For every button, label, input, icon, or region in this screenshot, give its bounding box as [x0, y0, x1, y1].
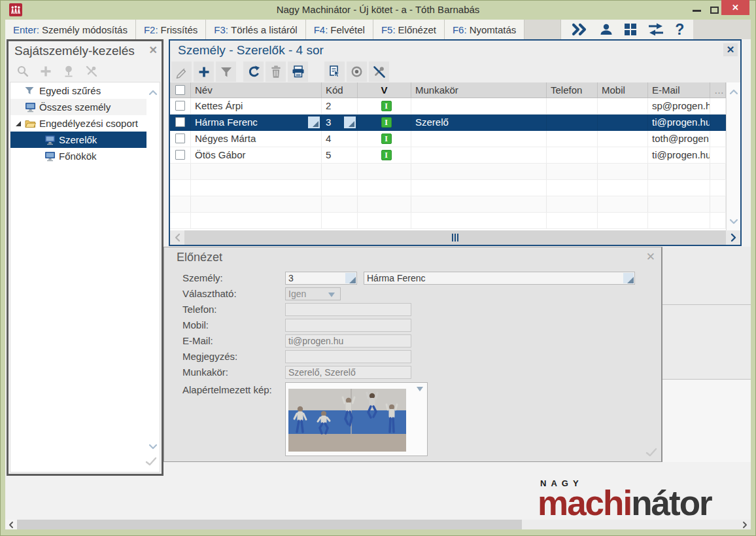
tree-scroll-up-icon[interactable] — [148, 86, 158, 98]
cell-kod[interactable]: 2 — [322, 98, 358, 114]
column-header-munkakör[interactable]: Munkakör — [411, 82, 547, 98]
function-button-f4[interactable]: F4:Felvétel — [306, 20, 373, 39]
cell-munkakor[interactable] — [411, 147, 547, 163]
cell-email[interactable]: toth@progen.hu — [648, 131, 710, 147]
table-scroll-left-icon[interactable] — [170, 230, 184, 245]
window-scrollbar-thumb[interactable] — [17, 520, 522, 529]
unpin-icon[interactable] — [85, 65, 98, 78]
cell-munkakor[interactable]: Szerelő — [411, 115, 547, 130]
select-all-checkbox[interactable] — [175, 85, 185, 95]
combo-corner-icon[interactable] — [623, 273, 634, 283]
tree-item-egyedi-szűrés[interactable]: Egyedi szűrés — [10, 82, 146, 99]
default-image-field[interactable] — [285, 382, 428, 456]
tree-item-engedélyezési-csoport[interactable]: Engedélyezési csoport — [10, 115, 146, 132]
function-button-f6[interactable]: F6:Nyomtatás — [445, 20, 524, 39]
selectable-dropdown[interactable]: Igen — [285, 287, 341, 300]
document-select-button[interactable] — [324, 62, 345, 82]
table-row[interactable]: Hárma Ferenc3ISzerelőti@progen.hu — [170, 115, 726, 131]
tree-item-összes-személy[interactable]: Összes személy — [10, 99, 146, 115]
person-code-combo[interactable]: 3 — [285, 272, 357, 285]
cell-email[interactable]: ti@progen.hu — [648, 147, 710, 163]
tree-scroll-down-icon[interactable] — [148, 440, 158, 452]
function-button-f2[interactable]: F2:Frissítés — [136, 20, 206, 39]
window-horizontal-scrollbar[interactable] — [5, 520, 751, 529]
cell-telefon[interactable] — [547, 147, 598, 163]
cell-mobil[interactable] — [598, 147, 648, 163]
column-header-mobil[interactable]: Mobil — [598, 82, 648, 98]
cell-kod[interactable]: 5 — [322, 147, 358, 163]
column-header-v[interactable]: V — [358, 82, 411, 98]
grid-icon[interactable] — [624, 23, 637, 36]
column-header-név[interactable]: Név — [191, 82, 322, 98]
add-icon[interactable] — [39, 65, 52, 78]
table-scrollbar-grip[interactable] — [452, 234, 458, 241]
row-checkbox[interactable] — [175, 117, 185, 127]
row-checkbox[interactable] — [175, 134, 185, 143]
person-list-close-icon[interactable]: ✕ — [723, 43, 738, 56]
cell-nev[interactable]: Hárma Ferenc — [191, 115, 322, 130]
column-header-kód[interactable]: Kód — [322, 82, 358, 98]
tree-item-szerelők[interactable]: Szerelők — [10, 132, 146, 148]
cell-nev[interactable]: Négyes Márta — [191, 131, 322, 147]
cell-email[interactable]: ti@progen.hu — [648, 115, 710, 130]
table-scroll-up-icon[interactable] — [729, 86, 738, 98]
row-checkbox-cell[interactable] — [170, 115, 191, 130]
cell-extra[interactable] — [710, 131, 726, 147]
cell-munkakor[interactable] — [411, 131, 547, 147]
edit-pencil-button[interactable] — [171, 62, 192, 82]
table-vertical-scrollbar[interactable] — [726, 82, 740, 230]
phone-field[interactable] — [285, 303, 411, 316]
email-field[interactable]: ti@progen.hu — [285, 334, 411, 348]
valid-flag-cell[interactable]: I — [358, 147, 411, 163]
cell-dropdown-button[interactable] — [344, 116, 356, 128]
maximize-button[interactable] — [710, 7, 719, 14]
table-row[interactable]: Kettes Árpi2Isp@progen.hu — [170, 98, 726, 115]
search-icon[interactable] — [16, 65, 29, 78]
close-button[interactable]: ✕ — [721, 0, 749, 15]
comment-field[interactable] — [285, 350, 411, 363]
cell-email[interactable]: sp@progen.hu — [648, 98, 710, 114]
sidebar-close-icon[interactable]: ✕ — [149, 45, 158, 56]
cell-extra[interactable] — [710, 115, 726, 130]
delete-trash-button[interactable] — [266, 62, 286, 82]
column-header-e-mail[interactable]: E-Mail — [648, 82, 710, 98]
row-checkbox-cell[interactable] — [170, 98, 191, 114]
function-button-f5[interactable]: F5:Előnézet — [373, 20, 445, 39]
table-row[interactable]: Négyes Márta4Itoth@progen.hu — [170, 131, 726, 147]
cell-telefon[interactable] — [547, 115, 598, 130]
valid-flag-cell[interactable]: I — [358, 115, 411, 130]
cell-mobil[interactable] — [598, 98, 648, 114]
table-scroll-right-icon[interactable] — [726, 230, 740, 245]
print-button[interactable] — [288, 62, 308, 82]
refresh-button[interactable] — [243, 62, 264, 82]
user-icon[interactable] — [599, 22, 613, 37]
cell-telefon[interactable] — [547, 98, 598, 114]
help-icon[interactable]: ? — [675, 22, 684, 37]
double-chevron-right-icon[interactable] — [570, 22, 589, 37]
chevron-down-icon[interactable] — [417, 387, 423, 391]
function-button-f3[interactable]: F3:Törlés a listáról — [206, 20, 305, 39]
window-scroll-left-icon[interactable] — [5, 520, 17, 529]
cell-mobil[interactable] — [598, 131, 648, 147]
tree-expander-icon[interactable] — [16, 121, 25, 126]
mobile-field[interactable] — [285, 319, 411, 332]
cell-dropdown-button[interactable] — [308, 116, 320, 128]
window-scroll-right-icon[interactable] — [740, 520, 750, 529]
tree-item-főnökök[interactable]: Főnökök — [10, 148, 146, 164]
minimize-button[interactable] — [693, 10, 701, 12]
tree-icon[interactable] — [62, 65, 75, 78]
job-field[interactable]: Szerelő, Szerelő — [285, 366, 411, 379]
cell-kod[interactable]: 3 — [322, 115, 358, 130]
function-button-enter[interactable]: Enter:Személy módosítás — [5, 20, 136, 39]
transfer-arrows-icon[interactable] — [647, 23, 664, 36]
cell-telefon[interactable] — [547, 131, 598, 147]
table-row[interactable]: Ötös Gábor5Iti@progen.hu — [170, 147, 726, 164]
combo-corner-icon[interactable] — [345, 273, 356, 283]
cell-extra[interactable] — [710, 147, 726, 163]
cell-munkakor[interactable] — [411, 98, 547, 114]
cell-extra[interactable] — [710, 98, 726, 114]
row-checkbox-cell[interactable] — [170, 147, 191, 163]
filter-funnel-button[interactable] — [216, 62, 236, 82]
cell-mobil[interactable] — [598, 115, 648, 130]
person-name-combo[interactable]: Hárma Ferenc — [364, 272, 635, 285]
